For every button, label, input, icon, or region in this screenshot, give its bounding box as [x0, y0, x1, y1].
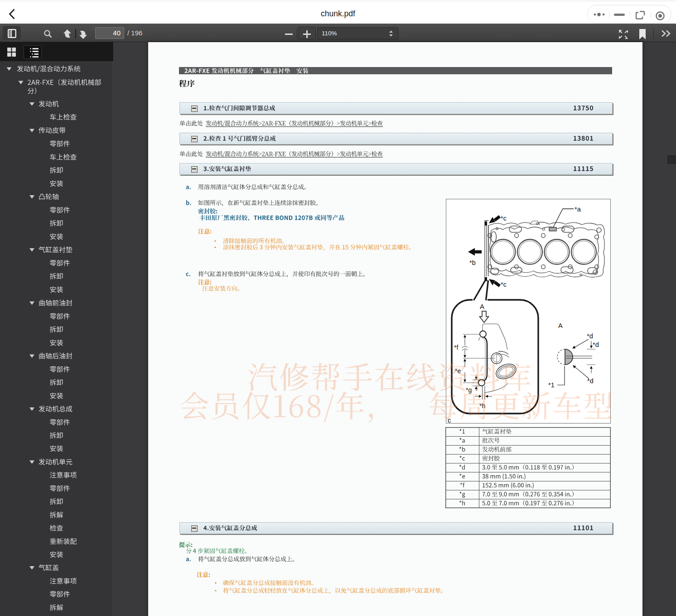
svg-text:*f: *f [454, 344, 458, 351]
svg-text:*1: *1 [548, 381, 555, 389]
svg-text:*d: *d [587, 377, 594, 385]
svg-text:*d: *d [587, 332, 593, 340]
svg-text:*d: *d [593, 341, 599, 348]
svg-text:*c: *c [501, 281, 507, 288]
svg-text:*g: *g [466, 386, 472, 394]
svg-text:A: A [480, 303, 484, 310]
svg-text:*b: *b [469, 259, 476, 266]
svg-text:*c: *c [501, 215, 507, 222]
svg-text:*a: *a [575, 206, 581, 213]
svg-text:A: A [558, 322, 563, 329]
